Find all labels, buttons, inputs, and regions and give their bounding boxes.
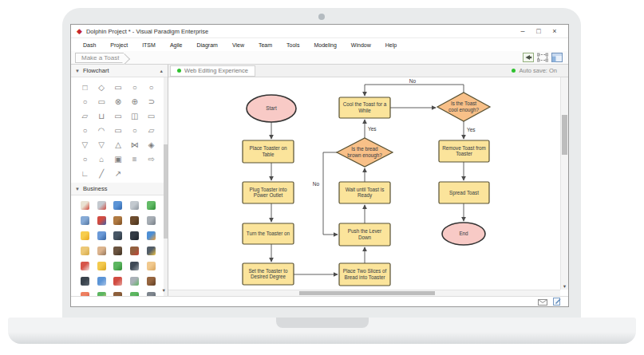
flow-node-start[interactable]: Start [247, 95, 296, 122]
collate-shape-icon[interactable]: ⋈ [126, 139, 143, 151]
id-badge-icon[interactable] [113, 201, 122, 210]
fit-selection-icon[interactable] [537, 53, 548, 62]
delay-shape-icon[interactable]: ⊃ [143, 96, 160, 108]
minimize-button[interactable]: – [515, 27, 531, 35]
bookmark-books-icon[interactable] [97, 216, 106, 225]
palette-section-flowchart[interactable]: ▼ Flowchart ▲ [71, 65, 168, 77]
stored-data-shape-icon[interactable]: ◠ [93, 124, 110, 136]
multi-lines-shape-icon[interactable]: ≡ [126, 153, 143, 165]
menu-modeling[interactable]: Modeling [306, 42, 343, 48]
flow-node-turn-on[interactable]: Turn the Toaster on [243, 223, 294, 244]
suitcase-icon[interactable] [130, 216, 139, 225]
block-arrow-shape-icon[interactable]: ⇨ [143, 153, 160, 165]
growth-chart-icon[interactable] [147, 201, 156, 210]
flow-node-place-toaster[interactable]: Place Toaster onTable [243, 140, 294, 163]
gear-wheel-icon[interactable] [147, 292, 156, 296]
factory-icon[interactable] [147, 247, 156, 255]
oval-shape-icon[interactable]: ○ [77, 96, 93, 108]
money-bag-icon[interactable] [113, 292, 122, 296]
punched-card-shape-icon[interactable]: ▭ [143, 110, 160, 122]
monitor-icon[interactable] [130, 277, 139, 286]
internal-storage-shape-icon[interactable]: ◫ [126, 110, 143, 122]
close-button[interactable]: × [547, 27, 563, 35]
flow-node-spread-toast[interactable]: Spread Toast [439, 182, 489, 203]
summing-junction-shape-icon[interactable]: ⊗ [110, 96, 127, 108]
maximize-button[interactable]: □ [531, 27, 547, 35]
pie-chart-icon[interactable] [147, 231, 156, 240]
certificate-icon[interactable] [81, 201, 89, 210]
shirt-tie-icon[interactable] [97, 231, 106, 240]
vertical-scrollbar[interactable]: ▼ [560, 77, 568, 290]
scale-icon[interactable] [130, 262, 139, 270]
corner-line-shape-icon[interactable]: ∟ [77, 168, 93, 179]
data-shape-icon[interactable]: ▱ [77, 110, 93, 122]
connector-shape-icon[interactable]: ○ [77, 124, 93, 136]
rectangle-shape-icon[interactable]: ▭ [110, 124, 127, 136]
banknote-icon[interactable] [130, 292, 139, 296]
menu-itsm[interactable]: ITSM [135, 42, 163, 48]
database-shape-icon[interactable]: ⊔ [93, 110, 110, 122]
gold-bars-icon[interactable] [97, 262, 106, 270]
manual-input-shape-icon[interactable]: ▱ [143, 124, 160, 136]
notebook-icon[interactable] [130, 247, 139, 255]
ellipse-shape-icon[interactable]: ○ [143, 81, 160, 93]
sort-shape-icon[interactable]: ◈ [143, 139, 160, 151]
scroll-up-icon[interactable]: ▲ [160, 69, 164, 73]
menu-project[interactable]: Project [103, 42, 135, 48]
menu-diagram[interactable]: Diagram [189, 42, 224, 48]
auction-gavel-icon[interactable] [147, 277, 156, 286]
calculator-icon[interactable] [113, 231, 122, 240]
or-gate-shape-icon[interactable]: ⊕ [126, 96, 143, 108]
presentation-icon[interactable] [81, 216, 89, 225]
palette-scrollbar-thumb[interactable] [164, 144, 168, 239]
money-transfer-icon[interactable] [113, 262, 122, 270]
merge-shape-icon[interactable]: ▽ [93, 139, 110, 151]
display-shape-icon[interactable]: ▣ [110, 153, 127, 165]
menu-view[interactable]: View [225, 42, 251, 48]
process-shape-icon[interactable]: □ [77, 81, 93, 93]
award-ribbon-icon[interactable] [97, 201, 106, 210]
menu-dash[interactable]: Dash [76, 42, 103, 48]
menu-team[interactable]: Team [251, 42, 279, 48]
flow-node-cool-toast[interactable]: Cool the Toast for aWhile [339, 97, 390, 118]
vertical-scrollbar-thumb[interactable] [562, 115, 567, 155]
flow-edge[interactable] [365, 85, 464, 96]
org-chart-blue-icon[interactable] [97, 277, 106, 286]
manual-operation-shape-icon[interactable]: ▽ [77, 139, 93, 151]
horizontal-scrollbar-thumb[interactable] [299, 291, 435, 295]
hand-coin-icon[interactable] [147, 262, 156, 270]
office-building-icon[interactable] [147, 216, 156, 225]
flow-node-wait-toast[interactable]: Wait until Toast isReady [339, 182, 390, 203]
alternate-process-shape-icon[interactable]: ▭ [110, 81, 127, 93]
flow-node-push-lever[interactable]: Push the LeverDown [339, 223, 390, 246]
flow-edge[interactable] [323, 152, 338, 235]
tab-make-a-toast[interactable]: Make a Toast [75, 53, 124, 63]
horizontal-scrollbar[interactable] [168, 290, 560, 296]
flow-node-place-bread[interactable]: Place Two Slices ofBread into Toaster [339, 263, 390, 286]
bowler-hat-icon[interactable] [81, 277, 89, 286]
feedback-edit-icon[interactable] [553, 294, 561, 309]
line-shape-icon[interactable]: ╱ [93, 168, 110, 179]
lightbulb-icon[interactable] [81, 231, 89, 240]
web-editing-tab[interactable]: Web Editing Experience [170, 65, 255, 77]
flow-node-cool-enough[interactable]: Is the Toastcool enough? [437, 93, 490, 121]
terminator-shape-icon[interactable]: ○ [126, 81, 143, 93]
email-icon[interactable] [538, 294, 547, 309]
palette-section-business[interactable]: ▼ Business [71, 183, 168, 195]
math-symbols-icon[interactable] [81, 292, 89, 296]
menu-help[interactable]: Help [378, 42, 404, 48]
flow-node-remove-toast[interactable]: Remove Toast fromToaster [439, 140, 489, 162]
top-hat-icon[interactable] [130, 231, 139, 240]
palette-scrollbar[interactable] [164, 77, 168, 296]
folder-icon[interactable] [81, 247, 89, 255]
flow-node-brown-enough[interactable]: Is the breadbrown enough? [337, 138, 393, 167]
arrow-line-shape-icon[interactable]: ↗ [110, 168, 127, 179]
flow-node-plug-toaster[interactable]: Plug Toaster intoPower Outlet [243, 182, 294, 203]
menu-window[interactable]: Window [344, 42, 378, 48]
dartboard-icon[interactable] [81, 262, 89, 270]
card-shape-icon[interactable]: ▭ [110, 110, 127, 122]
scroll-down-icon[interactable]: ▼ [162, 288, 166, 293]
scroll-down-icon[interactable]: ▼ [561, 284, 568, 289]
small-ellipse-shape-icon[interactable]: ○ [126, 124, 143, 136]
panel-layout-icon[interactable] [551, 53, 563, 62]
